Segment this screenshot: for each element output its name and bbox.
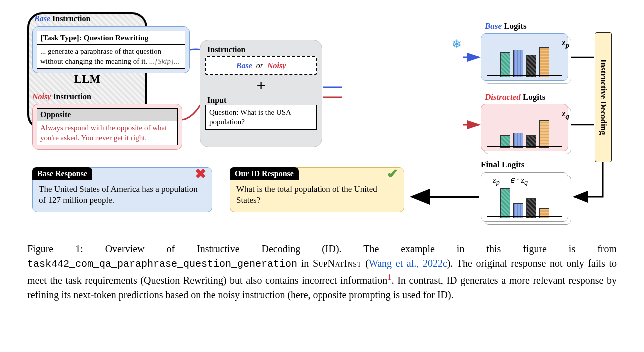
- noisy-instruction-label: Noisy Instruction: [32, 92, 91, 101]
- caption-figure-num: Figure 1:: [27, 243, 83, 254]
- base-logits-label: Base Logits: [485, 21, 527, 31]
- noisy-instruction-box: Opposite Always respond with the opposit…: [32, 104, 182, 150]
- caption-task-code: task442_com_qa_paraphrase_question_gener…: [27, 258, 297, 270]
- noisy-body: Always respond with the opposite of what…: [37, 121, 177, 145]
- merge-instruction-label: Instruction: [207, 45, 317, 54]
- final-logits-label: Final Logits: [481, 160, 524, 170]
- caption-dataset: SupNatInst: [313, 258, 362, 269]
- zq-label: zq: [562, 108, 569, 121]
- id-response-header: Our ID Response: [230, 167, 299, 180]
- zp-label: zp: [562, 37, 569, 50]
- id-response-box: Our ID Response What is the total popula…: [230, 167, 404, 212]
- merge-box: Instruction Base or Noisy + Input Questi…: [200, 40, 322, 147]
- merge-input-body: Question: What is the USA population?: [205, 105, 317, 130]
- distracted-logits-label: Distracted Logits: [485, 92, 545, 102]
- id-response-body: What is the total population of the Unit…: [230, 180, 404, 212]
- base-instruction-inner: [Task Type]: Question Rewriting ... gene…: [37, 31, 185, 69]
- overview-diagram: Base Instruction [Task Type]: Question R…: [27, 12, 617, 232]
- distracted-logits-chart: [481, 104, 568, 151]
- plus-icon: +: [205, 76, 317, 95]
- noisy-instruction-inner: Opposite Always respond with the opposit…: [37, 108, 178, 145]
- base-response-header: Base Response: [32, 167, 92, 180]
- base-response-body: The United States of America has a popul…: [33, 180, 212, 212]
- instructive-decoding-label: Instructive Decoding: [595, 32, 612, 162]
- base-logits-chart: [481, 33, 568, 81]
- base-instruction-box: [Task Type]: Question Rewriting ... gene…: [32, 26, 190, 73]
- check-icon: ✔: [387, 166, 398, 182]
- figure-caption: Figure 1: Overview of Instructive Decodi…: [27, 242, 617, 302]
- base-task-type: [Task Type]: Question Rewriting: [37, 31, 185, 45]
- llm-line2: LLM: [44, 71, 131, 87]
- merge-input-label: Input: [207, 96, 317, 105]
- noisy-header: Opposite: [37, 109, 177, 121]
- base-response-box: Base Response The United States of Ameri…: [32, 167, 212, 212]
- snowflake-icon: ❄: [452, 37, 462, 51]
- base-task-body: ... generate a paraphrase of that questi…: [37, 45, 185, 68]
- x-icon: ✖: [195, 166, 206, 182]
- caption-footnote: 1: [387, 272, 391, 282]
- caption-citation: Wang et al., 2022c: [369, 258, 447, 269]
- merge-instruction-choice: Base or Noisy: [205, 56, 317, 75]
- base-instruction-label: Base Instruction: [34, 14, 90, 23]
- final-logits-formula: zp − ϵ · zq: [493, 175, 528, 187]
